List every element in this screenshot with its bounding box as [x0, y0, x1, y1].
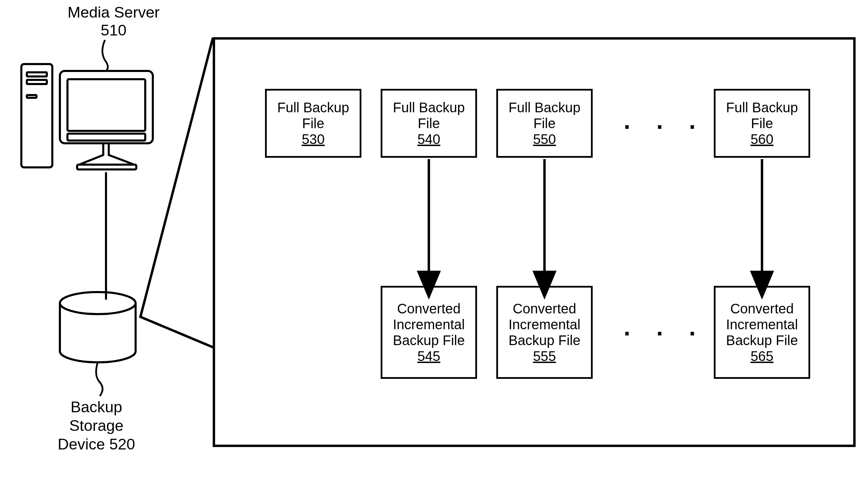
ellipsis-top: . . . — [624, 107, 705, 134]
box-ref: 545 — [417, 348, 441, 364]
computer-tower-icon — [21, 64, 52, 167]
converted-incremental-box-565: ConvertedIncrementalBackup File 565 — [714, 286, 810, 379]
full-backup-box-560: Full BackupFile 560 — [714, 89, 810, 158]
callout-bracket — [140, 39, 213, 347]
box-title: Full BackupFile — [726, 100, 798, 131]
svg-rect-6 — [67, 79, 145, 131]
svg-rect-3 — [27, 80, 47, 84]
storage-cylinder-icon — [60, 292, 136, 362]
full-backup-box-550: Full BackupFile 550 — [496, 89, 593, 158]
svg-rect-5 — [60, 71, 153, 143]
label-leader-520 — [96, 362, 103, 396]
converted-incremental-box-545: ConvertedIncrementalBackup File 545 — [381, 286, 477, 379]
svg-rect-2 — [27, 72, 47, 76]
box-ref: 560 — [751, 131, 774, 147]
diagram-stage: Media Server510 BackupStorageDevice 520 … — [0, 0, 868, 477]
svg-line-11 — [140, 317, 213, 347]
converted-incremental-box-555: ConvertedIncrementalBackup File 555 — [496, 286, 593, 379]
box-ref: 540 — [417, 131, 441, 147]
box-ref: 550 — [533, 131, 556, 147]
box-title: Full BackupFile — [277, 100, 349, 131]
box-title: ConvertedIncrementalBackup File — [726, 301, 798, 348]
media-server-label: Media Server510 — [52, 3, 176, 39]
backup-storage-text: BackupStorageDevice 520 — [57, 398, 135, 453]
label-leader-510 — [103, 40, 108, 71]
full-backup-box-540: Full BackupFile 540 — [381, 89, 477, 158]
box-title: ConvertedIncrementalBackup File — [509, 301, 581, 348]
monitor-icon — [60, 71, 153, 169]
box-title: ConvertedIncrementalBackup File — [393, 301, 465, 348]
media-server-text: Media Server510 — [67, 3, 160, 39]
box-ref: 555 — [533, 348, 556, 364]
box-ref: 530 — [302, 131, 325, 147]
box-title: Full BackupFile — [393, 100, 465, 131]
svg-point-9 — [60, 292, 136, 314]
backup-storage-label: BackupStorageDevice 520 — [52, 398, 141, 454]
ellipsis-bottom: . . . — [624, 313, 705, 341]
box-title: Full BackupFile — [509, 100, 581, 131]
svg-rect-4 — [27, 95, 36, 98]
box-ref: 565 — [751, 348, 774, 364]
svg-line-10 — [140, 39, 213, 317]
svg-rect-8 — [77, 165, 136, 169]
svg-rect-7 — [67, 134, 145, 141]
full-backup-box-530: Full BackupFile 530 — [265, 89, 361, 158]
svg-rect-1 — [21, 64, 52, 167]
